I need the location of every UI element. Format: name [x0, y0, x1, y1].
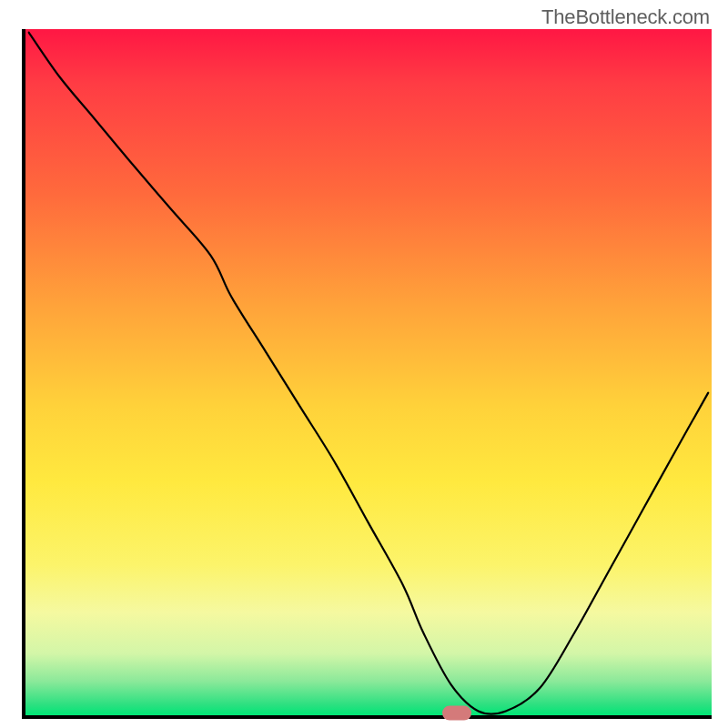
bottleneck-curve-path — [29, 33, 708, 714]
optimal-point-marker — [442, 706, 471, 721]
bottleneck-curve-svg — [25, 29, 712, 715]
chart-plot-area — [22, 29, 712, 719]
watermark-text: TheBottleneck.com — [541, 5, 710, 29]
